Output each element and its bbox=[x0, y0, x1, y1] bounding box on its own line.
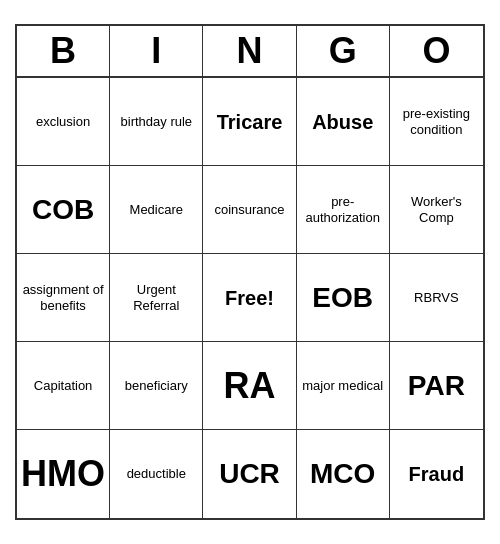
bingo-header-letter: B bbox=[17, 26, 110, 76]
bingo-cell-r1-c1: Medicare bbox=[110, 166, 203, 254]
bingo-header-letter: I bbox=[110, 26, 203, 76]
bingo-cell-r0-c3: Abuse bbox=[297, 78, 390, 166]
bingo-cell-r4-c1: deductible bbox=[110, 430, 203, 518]
bingo-cell-r4-c4: Fraud bbox=[390, 430, 483, 518]
bingo-cell-r3-c0: Capitation bbox=[17, 342, 110, 430]
bingo-header-letter: G bbox=[297, 26, 390, 76]
bingo-header-letter: O bbox=[390, 26, 483, 76]
bingo-cell-r2-c2: Free! bbox=[203, 254, 296, 342]
bingo-cell-r2-c4: RBRVS bbox=[390, 254, 483, 342]
bingo-cell-r1-c0: COB bbox=[17, 166, 110, 254]
bingo-cell-r1-c3: pre-authorization bbox=[297, 166, 390, 254]
bingo-cell-r3-c2: RA bbox=[203, 342, 296, 430]
bingo-cell-r1-c2: coinsurance bbox=[203, 166, 296, 254]
bingo-cell-r0-c0: exclusion bbox=[17, 78, 110, 166]
bingo-cell-r1-c4: Worker's Comp bbox=[390, 166, 483, 254]
bingo-cell-r3-c4: PAR bbox=[390, 342, 483, 430]
bingo-cell-r4-c2: UCR bbox=[203, 430, 296, 518]
bingo-cell-r4-c3: MCO bbox=[297, 430, 390, 518]
bingo-cell-r3-c1: beneficiary bbox=[110, 342, 203, 430]
bingo-grid: exclusionbirthday ruleTricareAbusepre-ex… bbox=[17, 78, 483, 518]
bingo-cell-r0-c1: birthday rule bbox=[110, 78, 203, 166]
bingo-header-letter: N bbox=[203, 26, 296, 76]
bingo-cell-r2-c3: EOB bbox=[297, 254, 390, 342]
bingo-cell-r2-c1: Urgent Referral bbox=[110, 254, 203, 342]
bingo-cell-r2-c0: assignment of benefits bbox=[17, 254, 110, 342]
bingo-cell-r4-c0: HMO bbox=[17, 430, 110, 518]
bingo-cell-r0-c4: pre-existing condition bbox=[390, 78, 483, 166]
bingo-cell-r0-c2: Tricare bbox=[203, 78, 296, 166]
bingo-cell-r3-c3: major medical bbox=[297, 342, 390, 430]
bingo-header: BINGO bbox=[17, 26, 483, 78]
bingo-card: BINGO exclusionbirthday ruleTricareAbuse… bbox=[15, 24, 485, 520]
